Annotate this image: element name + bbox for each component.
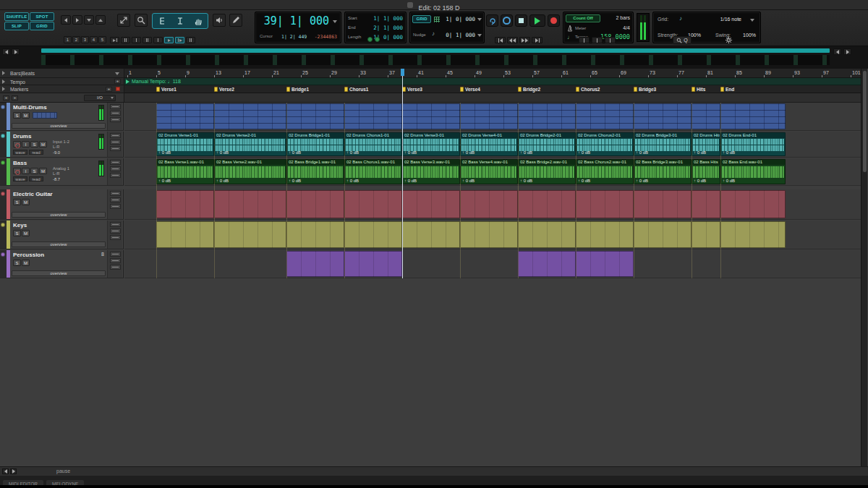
marker-bridge1[interactable]: Bridge1 [286, 86, 309, 93]
pre-roll-icon[interactable] [579, 37, 590, 43]
track-height-increase-icon[interactable] [95, 15, 106, 25]
marker-verse3[interactable]: Verse3 [402, 86, 422, 93]
track-lane-bass[interactable]: 02 Bass Verse1.wav-010 dB02 Bass Verse2.… [124, 158, 861, 186]
clip-keys[interactable] [344, 221, 402, 248]
track-color-dot[interactable] [1, 192, 5, 196]
marker-color-swatch[interactable] [116, 87, 120, 91]
marker-bridge3[interactable]: Bridge3 [634, 86, 656, 93]
grid-mode-button[interactable]: GRID [412, 15, 431, 23]
playlist-icon[interactable] [110, 252, 121, 257]
transport-options-icon[interactable] [605, 37, 616, 43]
mute-button[interactable]: M [22, 199, 30, 205]
clip-multi-drums[interactable] [634, 103, 692, 129]
keyboard-focus-button[interactable]: Q [673, 36, 692, 44]
clip-keys[interactable] [286, 221, 344, 248]
zoom-preset-1[interactable]: 1 [64, 36, 72, 43]
play-button[interactable] [529, 14, 545, 27]
scroll-left-icon[interactable] [833, 48, 841, 55]
track-header-electric-guitar[interactable]: Electric GuitarSMoverview [0, 189, 124, 220]
tempo-event-text[interactable]: Manual Tempo: ♩118 [132, 79, 181, 84]
io-input-selector[interactable]: Input 1-2 [53, 140, 69, 145]
add-tempo-event-button[interactable] [114, 79, 121, 84]
clip-electric-guitar[interactable] [634, 190, 692, 218]
clip-multi-drums[interactable] [576, 103, 634, 129]
zoom-horizontal-out-icon[interactable] [61, 15, 71, 25]
clip-bass[interactable]: 02 Bass Chorus2.wav-010 dB [576, 159, 634, 184]
clip-drums[interactable]: 02 Drums Verse3-010 dB [402, 132, 460, 156]
expander-icon[interactable] [2, 87, 5, 91]
pencil-tool-button[interactable] [229, 14, 242, 27]
automation-lane-icon[interactable] [110, 140, 121, 145]
clip-percussion[interactable] [286, 251, 344, 277]
meter-value[interactable]: 4/4 [623, 25, 630, 30]
edit-mode-slip[interactable]: SLIP [4, 22, 29, 30]
marker-verse4[interactable]: Verse4 [460, 86, 480, 93]
clip-bass[interactable]: 02 Bass Verse3.wav-010 dB [402, 159, 460, 184]
mute-button[interactable]: M [22, 112, 30, 119]
toolbar-settings-button[interactable] [723, 35, 733, 45]
track-list-icon[interactable] [3, 95, 9, 100]
add-lane-icon[interactable] [110, 173, 121, 178]
bars-beats-ruler-header[interactable]: Bars|Beats [0, 69, 124, 78]
output-meter-icon[interactable] [375, 37, 380, 42]
overview-button[interactable]: overview [12, 212, 106, 218]
track-name[interactable]: Percussion [13, 252, 44, 258]
swing-value[interactable]: 100% [743, 33, 756, 38]
track-lane-keys[interactable] [124, 221, 861, 249]
clip-drums[interactable]: 02 Drums Verse2-010 dB [214, 132, 286, 156]
clip-drums[interactable]: 02 Drums Bridge3-010 dB [634, 132, 692, 156]
count-off-button[interactable]: Count Off [566, 14, 600, 22]
tempo-ruler-header[interactable]: Tempo [0, 78, 124, 85]
solo-button[interactable]: S [13, 230, 21, 236]
track-color-dot[interactable] [1, 134, 5, 138]
grid-note-value[interactable]: 1/16 note [720, 17, 741, 22]
clip-electric-guitar[interactable] [286, 190, 344, 218]
selection-start-row[interactable]: Start 1| 1| 000 [348, 14, 403, 23]
ruler-dropdown-icon[interactable] [115, 72, 119, 75]
scroll-right-icon[interactable] [12, 48, 20, 55]
playlist-view-selector[interactable]: wave [13, 176, 27, 181]
clip-multi-drums[interactable] [156, 103, 214, 129]
nudge-value[interactable]: 0| 1| 000 [446, 32, 475, 38]
clip-bass[interactable]: 02 Bass End.wav-010 dB [720, 159, 786, 184]
stop-button[interactable] [515, 14, 527, 27]
clip-electric-guitar[interactable] [518, 190, 576, 218]
clip-drums[interactable]: 02 Drums Bridge1-010 dB [286, 132, 344, 156]
track-header-percussion[interactable]: PercussionSMoverview8 [0, 250, 124, 278]
mirrored-editing-icon[interactable] [121, 37, 130, 43]
mute-button[interactable]: M [39, 168, 47, 174]
trim-tool-button[interactable] [154, 14, 170, 27]
edit-mode-grid[interactable]: GRID [30, 22, 54, 30]
record-button[interactable] [548, 14, 560, 27]
clip-multi-drums[interactable] [286, 103, 344, 129]
solo-button[interactable]: S [13, 260, 21, 266]
expander-icon[interactable] [2, 71, 5, 75]
marker-bridge2[interactable]: Bridge2 [518, 86, 540, 93]
mute-button[interactable]: M [22, 230, 30, 236]
automation-mode-selector[interactable]: read [29, 176, 43, 181]
grid-value[interactable]: 1| 0| 000 [446, 16, 475, 22]
input-monitor-button[interactable]: I [22, 141, 30, 147]
clip-drums[interactable]: 02 Drums End-010 dB [720, 132, 786, 156]
track-name[interactable]: Electric Guitar [13, 191, 53, 197]
marker-chorus2[interactable]: Chorus2 [576, 86, 600, 93]
selector-tool-button[interactable] [172, 14, 188, 27]
track-lane-drums[interactable]: 02 Drums Verse1-010 dB02 Drums Verse2-01… [124, 132, 861, 158]
clip-percussion[interactable] [518, 251, 576, 277]
vertical-scrollbar-thumb[interactable] [863, 71, 867, 172]
vertical-scrollbar[interactable] [861, 69, 867, 466]
rewind-button[interactable] [507, 37, 518, 43]
clip-bass[interactable]: 02 Bass Bridge2.wav-010 dB [518, 159, 576, 184]
zoom-preset-3[interactable]: 3 [81, 36, 89, 43]
clip-bass[interactable]: 02 Bass Verse2.wav-010 dB [214, 159, 286, 184]
fast-forward-button[interactable] [519, 37, 530, 43]
clip-keys[interactable] [692, 221, 720, 248]
output-meter-icon[interactable] [367, 37, 373, 42]
automation-lane-icon[interactable] [110, 197, 121, 202]
clip-electric-guitar[interactable] [460, 190, 518, 218]
scrubber-tool-button[interactable] [213, 14, 226, 27]
playlist-view-selector[interactable]: wave [13, 150, 27, 155]
grid-note-dropdown-icon[interactable] [750, 19, 754, 22]
solo-button[interactable]: S [13, 112, 21, 119]
zoomer-tool-button[interactable] [135, 14, 148, 27]
